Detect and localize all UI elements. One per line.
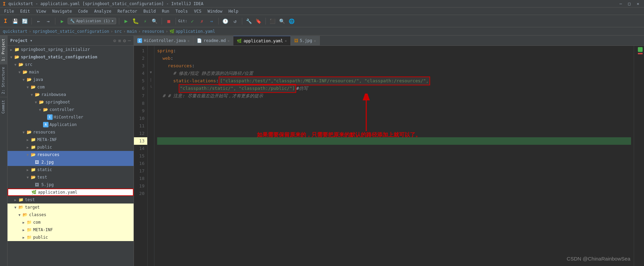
menu-item-refactor[interactable]: Refactor bbox=[115, 8, 140, 15]
separator-5 bbox=[176, 18, 176, 25]
tree-item-resources-sub[interactable]: ▼ 📂 resources bbox=[8, 151, 134, 158]
tree-item-static[interactable]: ▶ 📁 static bbox=[8, 166, 134, 173]
tree-item-src[interactable]: ▼ 📂 src bbox=[8, 61, 134, 68]
tree-item-application-yaml[interactable]: 🌿 application.yaml bbox=[8, 188, 134, 196]
tree-item-classes[interactable]: ▼ 📂 classes bbox=[8, 211, 134, 219]
toolbar-debug-button[interactable]: 🐛 bbox=[132, 17, 140, 25]
fold-indicator[interactable] bbox=[148, 46, 154, 53]
toolbar-search-button[interactable]: 🔍 bbox=[278, 17, 286, 25]
toolbar-vcs-x-button[interactable]: ✗ bbox=[198, 17, 206, 25]
fold-indicator[interactable] bbox=[148, 53, 154, 61]
maximize-button[interactable]: □ bbox=[626, 1, 633, 6]
menu-item-code[interactable]: Code bbox=[76, 8, 91, 15]
editor-tabs: C HiController.java ✕ 📄 readme.md ✕ 🌿 ap… bbox=[134, 36, 644, 46]
tab-close-icon[interactable]: ✕ bbox=[314, 39, 316, 43]
toolbar-undo-button[interactable]: ↺ bbox=[231, 17, 239, 25]
tab-structure[interactable]: 2: Structure bbox=[0, 64, 7, 97]
mini-map[interactable] bbox=[634, 46, 644, 266]
menu-item-tools[interactable]: Tools bbox=[173, 8, 191, 15]
menu-item-view[interactable]: View bbox=[33, 8, 49, 15]
toolbar-back-button[interactable]: ← bbox=[35, 17, 43, 25]
tree-item-spring-initializr[interactable]: ▶ 📁 springboot_spring_initializr bbox=[8, 46, 134, 53]
breadcrumb-file[interactable]: 🌿 application.yaml bbox=[169, 29, 215, 34]
tree-item-test-folder[interactable]: ▼ 📂 test bbox=[8, 173, 134, 181]
run-config-selector[interactable]: 🔧 Application (1) ▾ bbox=[68, 18, 116, 24]
sidebar-scope-icon[interactable]: ⊙ bbox=[113, 38, 116, 43]
toolbar-forward-button[interactable]: → bbox=[44, 17, 52, 25]
run-config-dropdown-icon[interactable]: ▾ bbox=[111, 19, 114, 23]
toolbar-vcs-arrow-button[interactable]: ⇒ bbox=[207, 17, 216, 25]
toolbar-save-button[interactable]: 💾 bbox=[11, 17, 19, 25]
tree-item-resources-main[interactable]: ▼ 📂 resources bbox=[8, 128, 134, 136]
tree-arrow: ▶ bbox=[23, 228, 27, 232]
tree-item-springboot[interactable]: ▼ 📂 springboot bbox=[8, 98, 134, 106]
tree-item-java[interactable]: ▼ 📂 java bbox=[8, 76, 134, 83]
sidebar-layout-icon[interactable]: ≡ bbox=[118, 38, 121, 43]
tree-item-com-target[interactable]: ▶ 📁 com bbox=[8, 219, 134, 226]
toolbar-run-icon[interactable]: ▶ bbox=[58, 17, 66, 25]
toolbar-stop-button[interactable]: ■ bbox=[165, 17, 173, 25]
tree-item-public-target[interactable]: ▶ 📁 public bbox=[8, 234, 134, 241]
tree-item-controller[interactable]: ▼ 📂 controller bbox=[8, 106, 134, 113]
breadcrumb-quickstart[interactable]: quickstart bbox=[3, 29, 27, 34]
tree-item-5jpg[interactable]: 🖼 5.jpg bbox=[8, 181, 134, 188]
breadcrumb-main[interactable]: main bbox=[127, 29, 137, 34]
toolbar-vcs-check-button[interactable]: ✓ bbox=[188, 17, 196, 25]
menu-item-file[interactable]: File bbox=[1, 8, 17, 15]
menu-item-run[interactable]: Run bbox=[159, 8, 172, 15]
toolbar-profile-button[interactable]: 🔍 bbox=[151, 17, 159, 25]
tree-item-meta-inf[interactable]: ▶ 📁 META-INF bbox=[8, 136, 134, 143]
menu-item-edit[interactable]: Edit bbox=[17, 8, 33, 15]
tree-item-2jpg[interactable]: 🖼 2.jpg bbox=[8, 158, 134, 166]
toolbar-settings-button[interactable]: 🔧 bbox=[245, 17, 253, 25]
toolbar-bookmark-button[interactable]: 🔖 bbox=[255, 17, 263, 25]
tab-project[interactable]: 1: Project bbox=[0, 36, 7, 64]
tab-commit[interactable]: Commit bbox=[0, 97, 7, 116]
menu-item-navigate[interactable]: Navigate bbox=[50, 8, 75, 15]
breadcrumb-src[interactable]: src bbox=[114, 29, 122, 34]
tree-item-rainbowsea[interactable]: ▼ 📂 rainbowsea bbox=[8, 91, 134, 98]
tree-item-application[interactable]: A Application bbox=[8, 121, 134, 128]
close-button[interactable]: ✕ bbox=[635, 1, 641, 6]
sidebar-settings-icon[interactable]: ⚙ bbox=[123, 38, 126, 43]
tree-item-hicontroller[interactable]: C HiController bbox=[8, 113, 134, 121]
tab-close-icon[interactable]: ✕ bbox=[188, 39, 190, 43]
tree-item-meta-inf-target[interactable]: ▶ 📁 META-INF bbox=[8, 226, 134, 234]
menu-item-help[interactable]: Help bbox=[226, 8, 241, 15]
code-line-7: # # 注意: 尽量在最左边开始写，才有更多的提示 bbox=[157, 92, 631, 100]
fold-indicator[interactable] bbox=[148, 61, 154, 68]
menu-item-build[interactable]: Build bbox=[141, 8, 159, 15]
code-area[interactable]: spring: web: resources: # 修改/指定 静态资源的访问路… bbox=[154, 46, 634, 266]
toolbar-coverage-button[interactable]: ⚡ bbox=[141, 17, 149, 25]
menu-item-vcs[interactable]: VCS bbox=[191, 8, 204, 15]
tree-arrow: ▶ bbox=[23, 236, 27, 239]
tree-item-static-config[interactable]: ▼ 📂 springboot_static_configuration bbox=[8, 53, 134, 61]
line-number: 8 bbox=[134, 100, 147, 107]
menu-item-analyze[interactable]: Analyze bbox=[91, 8, 114, 15]
sidebar-collapse-icon[interactable]: ─ bbox=[128, 38, 131, 43]
tab-5jpg[interactable]: 🖼 5.jpg ✕ bbox=[291, 36, 320, 45]
tree-arrow: ▼ bbox=[10, 55, 14, 59]
tree-item-target[interactable]: ▼ 📂 target bbox=[8, 204, 134, 211]
toolbar-sync-button[interactable]: 🔄 bbox=[20, 17, 29, 25]
toolbar-run-button[interactable]: ▶ bbox=[122, 17, 130, 25]
toolbar-translate-button[interactable]: 🌐 bbox=[288, 17, 296, 25]
breadcrumb-resources[interactable]: resources bbox=[142, 29, 164, 34]
tab-close-icon[interactable]: ✕ bbox=[228, 39, 230, 43]
tab-close-icon[interactable]: ✕ bbox=[285, 39, 287, 43]
breadcrumb-module[interactable]: springboot_static_configuration bbox=[32, 29, 109, 34]
editor-area: C HiController.java ✕ 📄 readme.md ✕ 🌿 ap… bbox=[134, 36, 644, 266]
tree-item-public[interactable]: ▶ 📁 public bbox=[8, 143, 134, 151]
toolbar-history-button[interactable]: 🕐 bbox=[221, 17, 230, 25]
breadcrumb-sep-3: › bbox=[123, 29, 125, 34]
tab-readme[interactable]: 📄 readme.md ✕ bbox=[193, 36, 233, 45]
toolbar-terminal-button[interactable]: ⬛ bbox=[269, 17, 277, 25]
tree-item-main[interactable]: ▼ 📂 main bbox=[8, 68, 134, 76]
tab-application-yaml[interactable]: 🌿 application.yaml ✕ bbox=[233, 36, 291, 45]
tab-hicontroller[interactable]: C HiController.java ✕ bbox=[134, 36, 193, 45]
minimize-button[interactable]: — bbox=[617, 1, 624, 6]
fold-indicator: ▼ bbox=[148, 68, 154, 76]
tree-item-com[interactable]: ▼ 📂 com bbox=[8, 83, 134, 91]
tree-item-test-main[interactable]: ▶ 📁 test bbox=[8, 196, 134, 204]
menu-item-window[interactable]: Window bbox=[205, 8, 225, 15]
